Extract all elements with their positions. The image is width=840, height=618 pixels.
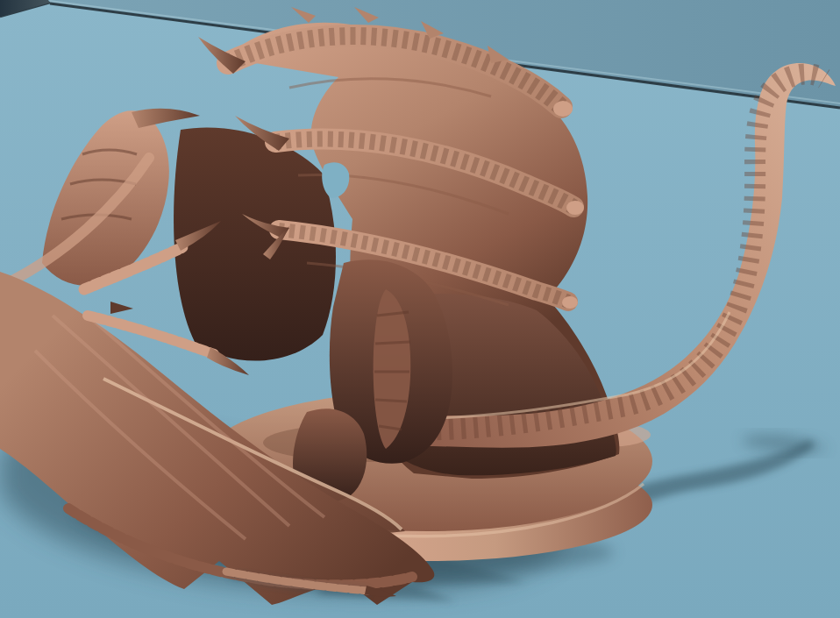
render-viewport[interactable]: Terracotta dragon miniature 3D render bbox=[0, 0, 840, 618]
dragon-render-canvas: Terracotta dragon miniature 3D render bbox=[0, 0, 840, 618]
knuckle-cap bbox=[566, 201, 584, 215]
knuckle-cap bbox=[562, 296, 578, 309]
knuckle-cap bbox=[553, 101, 573, 117]
